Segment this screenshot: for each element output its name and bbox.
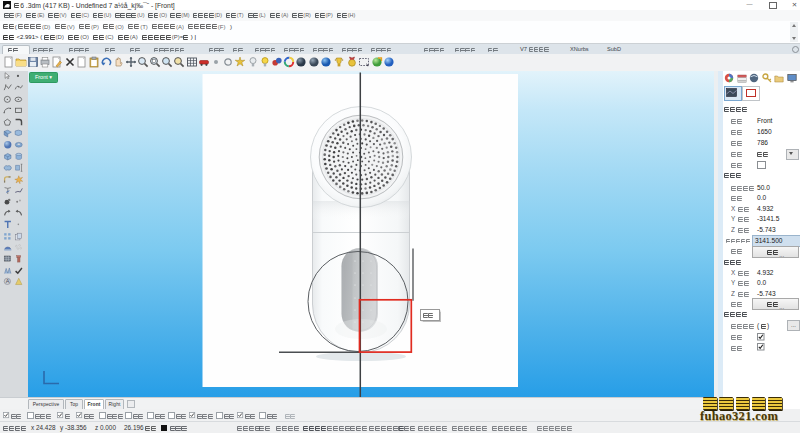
svg-text:A: A: [6, 279, 10, 285]
